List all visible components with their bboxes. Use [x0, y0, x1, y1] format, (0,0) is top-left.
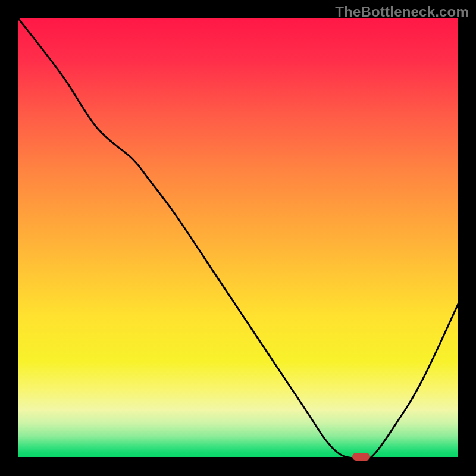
watermark-text: TheBottleneck.com [335, 4, 469, 20]
bottleneck-curve [18, 18, 458, 458]
chart-frame: TheBottleneck.com [0, 0, 476, 476]
x-axis-baseline [18, 457, 458, 459]
optimal-marker [352, 453, 370, 461]
curve-path [18, 18, 458, 461]
